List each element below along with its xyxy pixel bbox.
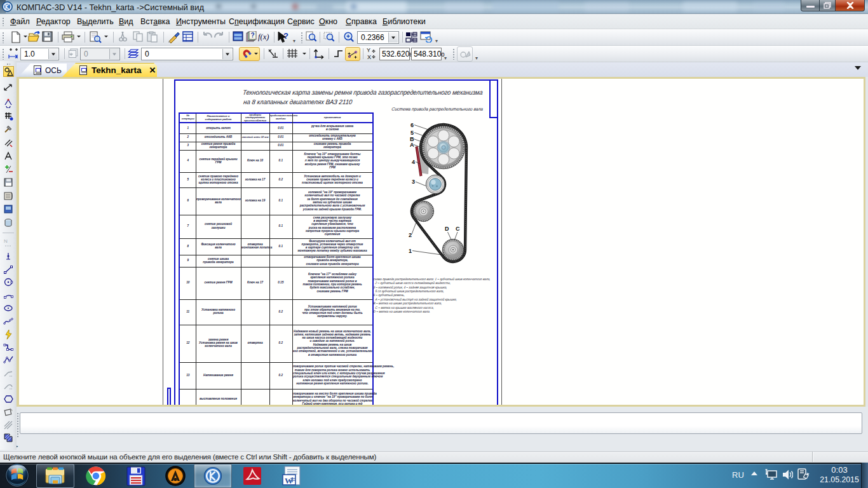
svg-text:?: ? xyxy=(283,31,288,41)
svg-text:Y: Y xyxy=(367,47,370,53)
svg-text:f(x): f(x) xyxy=(258,32,269,41)
svg-text:N: N xyxy=(4,238,8,244)
svg-text:X: X xyxy=(367,54,371,60)
svg-text:?: ? xyxy=(251,32,255,39)
